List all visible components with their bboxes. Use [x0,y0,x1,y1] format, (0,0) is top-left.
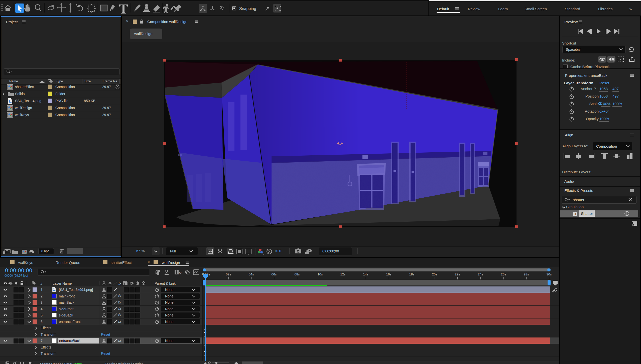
svg-text:Snapping: Snapping [239,7,256,11]
svg-text:fx: fx [179,271,182,275]
svg-text:fx: fx [118,281,121,285]
svg-text:8: 8 [575,213,576,215]
